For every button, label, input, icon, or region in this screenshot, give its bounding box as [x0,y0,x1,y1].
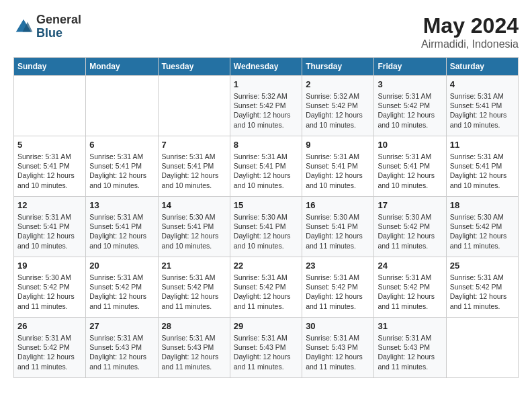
day-header-sunday: Sunday [14,58,86,76]
calendar-title: May 2024 [421,13,519,38]
day-number: 11 [450,140,515,150]
day-info: Sunrise: 5:31 AM Sunset: 5:41 PM Dayligh… [162,152,226,190]
day-info: Sunrise: 5:31 AM Sunset: 5:41 PM Dayligh… [89,152,154,190]
calendar-table: SundayMondayTuesdayWednesdayThursdayFrid… [13,57,519,378]
day-cell: 17Sunrise: 5:30 AM Sunset: 5:42 PM Dayli… [374,197,446,257]
day-info: Sunrise: 5:31 AM Sunset: 5:41 PM Dayligh… [89,212,154,250]
day-info: Sunrise: 5:31 AM Sunset: 5:42 PM Dayligh… [89,273,154,311]
day-cell: 3Sunrise: 5:31 AM Sunset: 5:42 PM Daylig… [374,76,446,136]
day-cell [158,76,230,136]
day-number: 30 [306,321,370,331]
day-number: 31 [378,321,442,331]
day-number: 23 [306,261,370,271]
day-cell: 25Sunrise: 5:31 AM Sunset: 5:42 PM Dayli… [446,257,518,318]
week-row-2: 5Sunrise: 5:31 AM Sunset: 5:41 PM Daylig… [14,136,519,197]
day-info: Sunrise: 5:31 AM Sunset: 5:43 PM Dayligh… [89,333,154,371]
day-number: 22 [234,261,298,271]
day-info: Sunrise: 5:31 AM Sunset: 5:42 PM Dayligh… [162,273,226,311]
day-number: 25 [450,261,515,271]
day-cell: 27Sunrise: 5:31 AM Sunset: 5:43 PM Dayli… [86,318,158,378]
title-block: May 2024 Airmadidi, Indonesia [421,13,519,50]
day-number: 4 [450,79,515,89]
day-number: 14 [162,200,226,210]
day-number: 17 [378,200,442,210]
day-header-tuesday: Tuesday [158,58,230,76]
day-info: Sunrise: 5:30 AM Sunset: 5:41 PM Dayligh… [234,212,298,250]
day-cell: 13Sunrise: 5:31 AM Sunset: 5:41 PM Dayli… [86,197,158,257]
day-cell [446,318,518,378]
day-cell: 5Sunrise: 5:31 AM Sunset: 5:41 PM Daylig… [14,136,86,197]
day-number: 12 [17,200,82,210]
day-info: Sunrise: 5:31 AM Sunset: 5:42 PM Dayligh… [450,273,515,311]
week-row-1: 1Sunrise: 5:32 AM Sunset: 5:42 PM Daylig… [14,76,519,136]
day-cell: 18Sunrise: 5:30 AM Sunset: 5:42 PM Dayli… [446,197,518,257]
day-number: 16 [306,200,370,210]
day-info: Sunrise: 5:31 AM Sunset: 5:43 PM Dayligh… [378,333,442,371]
day-info: Sunrise: 5:31 AM Sunset: 5:41 PM Dayligh… [17,152,82,190]
logo-general: General [36,13,81,27]
day-header-saturday: Saturday [446,58,518,76]
day-info: Sunrise: 5:31 AM Sunset: 5:42 PM Dayligh… [306,273,370,311]
day-header-thursday: Thursday [302,58,374,76]
day-cell: 29Sunrise: 5:31 AM Sunset: 5:43 PM Dayli… [230,318,302,378]
day-info: Sunrise: 5:31 AM Sunset: 5:41 PM Dayligh… [17,212,82,250]
day-cell [14,76,86,136]
day-cell: 16Sunrise: 5:30 AM Sunset: 5:41 PM Dayli… [302,197,374,257]
day-cell: 15Sunrise: 5:30 AM Sunset: 5:41 PM Dayli… [230,197,302,257]
day-info: Sunrise: 5:32 AM Sunset: 5:42 PM Dayligh… [234,91,298,130]
day-cell: 6Sunrise: 5:31 AM Sunset: 5:41 PM Daylig… [86,136,158,197]
week-row-5: 26Sunrise: 5:31 AM Sunset: 5:42 PM Dayli… [14,318,519,378]
logo-blue: Blue [36,27,81,40]
logo-icon [13,17,34,37]
logo-text: General Blue [36,13,81,40]
day-info: Sunrise: 5:31 AM Sunset: 5:42 PM Dayligh… [378,273,442,311]
day-number: 5 [17,140,82,150]
day-number: 24 [378,261,442,271]
day-header-friday: Friday [374,58,446,76]
day-cell: 10Sunrise: 5:31 AM Sunset: 5:41 PM Dayli… [374,136,446,197]
day-number: 13 [89,200,154,210]
day-cell: 4Sunrise: 5:31 AM Sunset: 5:41 PM Daylig… [446,76,518,136]
day-cell: 19Sunrise: 5:30 AM Sunset: 5:42 PM Dayli… [14,257,86,318]
day-cell: 14Sunrise: 5:30 AM Sunset: 5:41 PM Dayli… [158,197,230,257]
day-cell: 12Sunrise: 5:31 AM Sunset: 5:41 PM Dayli… [14,197,86,257]
day-info: Sunrise: 5:30 AM Sunset: 5:41 PM Dayligh… [162,212,226,250]
day-number: 21 [162,261,226,271]
logo: General Blue [13,13,81,40]
day-info: Sunrise: 5:31 AM Sunset: 5:41 PM Dayligh… [234,152,298,190]
day-cell: 1Sunrise: 5:32 AM Sunset: 5:42 PM Daylig… [230,76,302,136]
day-cell: 8Sunrise: 5:31 AM Sunset: 5:41 PM Daylig… [230,136,302,197]
day-number: 15 [234,200,298,210]
day-info: Sunrise: 5:31 AM Sunset: 5:41 PM Dayligh… [450,152,515,190]
day-cell: 31Sunrise: 5:31 AM Sunset: 5:43 PM Dayli… [374,318,446,378]
day-number: 2 [306,79,370,89]
day-info: Sunrise: 5:30 AM Sunset: 5:41 PM Dayligh… [306,212,370,250]
day-info: Sunrise: 5:31 AM Sunset: 5:43 PM Dayligh… [234,333,298,371]
day-number: 7 [162,140,226,150]
day-number: 26 [17,321,82,331]
day-info: Sunrise: 5:31 AM Sunset: 5:43 PM Dayligh… [306,333,370,371]
day-info: Sunrise: 5:30 AM Sunset: 5:42 PM Dayligh… [17,273,82,311]
day-header-monday: Monday [86,58,158,76]
day-cell: 7Sunrise: 5:31 AM Sunset: 5:41 PM Daylig… [158,136,230,197]
day-cell: 9Sunrise: 5:31 AM Sunset: 5:41 PM Daylig… [302,136,374,197]
day-info: Sunrise: 5:31 AM Sunset: 5:42 PM Dayligh… [17,333,82,371]
week-row-3: 12Sunrise: 5:31 AM Sunset: 5:41 PM Dayli… [14,197,519,257]
day-number: 9 [306,140,370,150]
page-header: General Blue May 2024 Airmadidi, Indones… [13,13,519,50]
day-number: 8 [234,140,298,150]
day-cell: 22Sunrise: 5:31 AM Sunset: 5:42 PM Dayli… [230,257,302,318]
day-cell: 20Sunrise: 5:31 AM Sunset: 5:42 PM Dayli… [86,257,158,318]
day-number: 28 [162,321,226,331]
day-number: 27 [89,321,154,331]
day-number: 29 [234,321,298,331]
day-info: Sunrise: 5:30 AM Sunset: 5:42 PM Dayligh… [450,212,515,250]
day-cell [86,76,158,136]
day-cell: 28Sunrise: 5:31 AM Sunset: 5:43 PM Dayli… [158,318,230,378]
day-info: Sunrise: 5:31 AM Sunset: 5:41 PM Dayligh… [378,152,442,190]
day-number: 3 [378,79,442,89]
day-number: 10 [378,140,442,150]
day-number: 20 [89,261,154,271]
day-info: Sunrise: 5:32 AM Sunset: 5:42 PM Dayligh… [306,91,370,130]
day-cell: 30Sunrise: 5:31 AM Sunset: 5:43 PM Dayli… [302,318,374,378]
